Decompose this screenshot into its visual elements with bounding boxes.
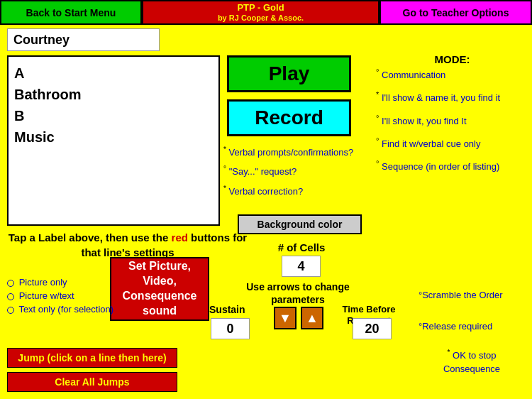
- back-to-start-button[interactable]: Back to Start Menu: [0, 0, 142, 25]
- set-picture-button[interactable]: Set Picture, Video, Consequence sound: [110, 257, 209, 321]
- mode-title: MODE:: [379, 53, 525, 65]
- ptp-title: PTP - Gold by RJ Cooper & Assoc.: [142, 0, 379, 25]
- sustain-label: Sustain: [209, 304, 245, 315]
- scramble-button[interactable]: °Scramble the Order: [419, 290, 503, 300]
- picture-only-option[interactable]: Picture only: [7, 277, 113, 288]
- verbal-correction-option[interactable]: * Verbal correction?: [223, 185, 353, 197]
- arrow-up-button[interactable]: ▲: [301, 307, 323, 329]
- time-reprompt-value: 20: [353, 318, 392, 339]
- list-item[interactable]: B: [14, 105, 213, 126]
- text-only-option[interactable]: Text only (for selection): [7, 304, 113, 315]
- list-item[interactable]: Bathroom: [14, 84, 213, 105]
- record-button[interactable]: Record: [227, 99, 351, 136]
- asterisk-icon: *: [448, 349, 450, 356]
- verbal-prompts-option[interactable]: * Verbal prompts/confirmations?: [223, 146, 353, 158]
- sustain-value: 0: [211, 318, 250, 339]
- num-cells-label: # of Cells: [273, 241, 330, 253]
- user-name: Courtney: [13, 33, 70, 48]
- mode-options: ° Communication * I'll show & name it, y…: [376, 67, 528, 173]
- list-item[interactable]: Music: [14, 126, 213, 148]
- num-cells-value: 4: [282, 256, 321, 277]
- say-request-option[interactable]: ° "Say..." request?: [223, 165, 353, 177]
- ok-stop-button[interactable]: * OK to stop Consequence: [419, 348, 525, 376]
- mode-show-name[interactable]: * I'll show & name it, you find it: [376, 90, 528, 103]
- mode-sequence[interactable]: ° Sequence (in order of listing): [376, 159, 528, 172]
- background-color-button[interactable]: Background color: [238, 214, 362, 234]
- picture-text-option[interactable]: Picture w/text: [7, 290, 113, 301]
- radio-icon: [7, 280, 14, 287]
- clear-jumps-button[interactable]: Clear All Jumps: [7, 372, 177, 392]
- label-list: A Bathroom B Music: [7, 55, 220, 226]
- teacher-options-button[interactable]: Go to Teacher Options: [379, 0, 532, 25]
- top-bar: Back to Start Menu PTP - Gold by RJ Coop…: [0, 0, 532, 25]
- red-text: red: [172, 231, 188, 244]
- arrow-down-button[interactable]: ▼: [274, 307, 297, 329]
- mode-communication[interactable]: ° Communication: [376, 67, 528, 80]
- verbal-options: * Verbal prompts/confirmations? ° "Say..…: [223, 146, 353, 197]
- radio-icon: [7, 293, 14, 300]
- jump-button[interactable]: Jump (click on a line then here): [7, 348, 177, 368]
- tap-instruction: Tap a Label above, then use the red butt…: [7, 230, 248, 260]
- picture-options: Picture only Picture w/text Text only (f…: [7, 277, 113, 315]
- list-item[interactable]: A: [14, 62, 213, 84]
- radio-icon: [7, 307, 14, 314]
- user-name-box: Courtney: [7, 28, 160, 51]
- mode-show-find[interactable]: ° I'll show it, you find It: [376, 114, 528, 126]
- release-button[interactable]: °Release required: [419, 321, 492, 332]
- play-button[interactable]: Play: [227, 55, 351, 92]
- mode-verbal-cue[interactable]: ° Find it w/verbal cue only: [376, 136, 528, 149]
- use-arrows-label: Use arrows to change parameters: [241, 280, 355, 306]
